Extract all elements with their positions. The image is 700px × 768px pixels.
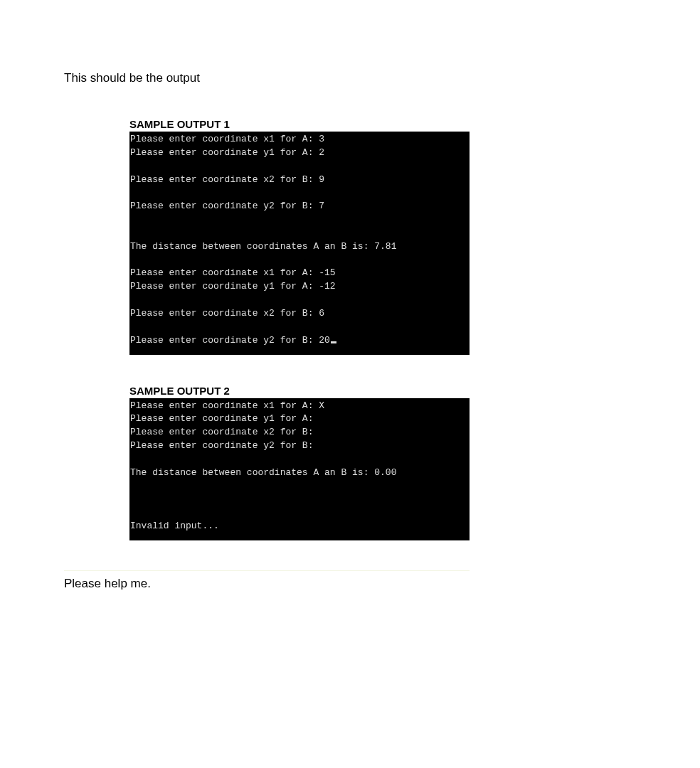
terminal-line: Please enter coordinate y2 for B: <box>130 439 468 453</box>
sample-output-2: SAMPLE OUTPUT 2 Please enter coordinate … <box>129 385 470 540</box>
terminal-line: Please enter coordinate x1 for A: X <box>130 400 468 413</box>
terminal-line: Please enter coordinate x1 for A: -15 <box>130 267 468 280</box>
terminal-line: Please enter coordinate y1 for A: 2 <box>130 146 468 160</box>
intro-text: This should be the output <box>64 71 700 85</box>
terminal-line: Please enter coordinate y1 for A: -12 <box>130 280 468 294</box>
terminal-line <box>130 254 468 267</box>
divider <box>64 570 470 571</box>
terminal-line <box>130 453 468 466</box>
terminal-line: The distance between coordinates A an B … <box>130 466 468 480</box>
terminal-line: Please enter coordinate x1 for A: 3 <box>130 133 468 146</box>
terminal-line <box>130 160 468 174</box>
terminal-line <box>130 480 468 494</box>
terminal-line: Please enter coordinate x2 for B: <box>130 426 468 439</box>
terminal-line: Please enter coordinate y2 for B: 20 <box>130 334 468 348</box>
terminal-line: Please enter coordinate y1 for A: <box>130 412 468 426</box>
terminal-line <box>130 294 468 307</box>
terminal-line <box>130 227 468 240</box>
closing-text: Please help me. <box>64 577 700 591</box>
terminal-2: Please enter coordinate x1 for A: XPleas… <box>129 398 470 540</box>
terminal-line <box>130 186 468 200</box>
terminal-line <box>130 213 468 227</box>
cursor-icon <box>331 341 336 343</box>
sample-2-heading: SAMPLE OUTPUT 2 <box>129 385 470 397</box>
terminal-line: Please enter coordinate x2 for B: 6 <box>130 307 468 321</box>
terminal-line: Invalid input... <box>130 520 468 533</box>
terminal-line <box>130 506 468 520</box>
sample-1-heading: SAMPLE OUTPUT 1 <box>129 118 470 130</box>
terminal-1: Please enter coordinate x1 for A: 3Pleas… <box>129 132 470 355</box>
sample-output-1: SAMPLE OUTPUT 1 Please enter coordinate … <box>129 118 470 355</box>
terminal-line <box>130 321 468 334</box>
terminal-line: Please enter coordinate x2 for B: 9 <box>130 174 468 187</box>
terminal-line <box>130 493 468 506</box>
terminal-line: Please enter coordinate y2 for B: 7 <box>130 200 468 213</box>
terminal-line: The distance between coordinates A an B … <box>130 240 468 254</box>
